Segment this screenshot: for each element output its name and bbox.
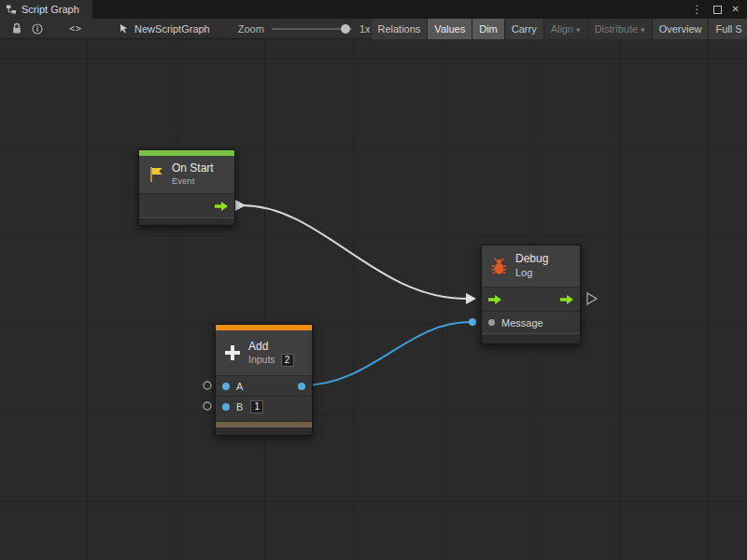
relations-button[interactable]: Relations: [371, 19, 428, 39]
zoom-slider-handle[interactable]: [341, 24, 350, 34]
wires-layer: [0, 39, 747, 560]
inputs-count-field[interactable]: 2: [281, 354, 294, 367]
inputs-label: Inputs: [248, 354, 275, 367]
port-a-input-dot[interactable]: [222, 383, 230, 390]
bug-icon: [489, 257, 509, 276]
flag-icon: [147, 165, 165, 184]
node-title: Debug: [515, 252, 548, 266]
onstart-output-port-triangle[interactable]: [235, 200, 246, 211]
node-subtitle: Event: [172, 175, 214, 187]
debuglog-input-port-triangle[interactable]: [466, 293, 476, 304]
graph-toolbar: <> NewScriptGraph Zoom 1x Relations Valu…: [0, 19, 747, 39]
add-input-a-external-port[interactable]: [204, 382, 211, 389]
plus-icon: [223, 343, 242, 362]
node-footer: [216, 427, 312, 435]
result-output-dot[interactable]: [298, 383, 305, 390]
graph-name-label: NewScriptGraph: [134, 23, 210, 35]
dropdown-arrow-icon: ▾: [641, 25, 645, 35]
window-controls: ⋮ ✕: [692, 0, 747, 19]
add-header[interactable]: Add Inputs 2: [216, 330, 312, 375]
port-a-label: A: [236, 381, 243, 392]
node-debug-log[interactable]: Debug Log Message: [481, 245, 581, 344]
message-port-dot[interactable]: [488, 319, 495, 326]
tab-script-graph[interactable]: Script Graph: [0, 0, 92, 19]
node-subtitle: Log: [515, 266, 548, 279]
zoom-label: Zoom: [238, 23, 264, 35]
debuglog-output-port-triangle[interactable]: [587, 293, 597, 304]
debug-log-message-row: Message: [482, 311, 580, 333]
zoom-control: Zoom 1x: [238, 23, 371, 35]
node-footer: [482, 333, 580, 343]
wire-onstart-to-debuglog[interactable]: [242, 205, 467, 299]
tab-title: Script Graph: [21, 4, 79, 15]
node-on-start[interactable]: On Start Event: [138, 149, 235, 226]
carry-button[interactable]: Carry: [504, 19, 543, 39]
window-titlebar: Script Graph ⋮ ✕: [0, 0, 747, 19]
zoom-slider[interactable]: [272, 28, 352, 30]
add-input-b-external-port[interactable]: [204, 402, 211, 410]
values-button[interactable]: Values: [427, 19, 472, 39]
debug-log-header[interactable]: Debug Log: [482, 245, 580, 287]
port-b-value-field[interactable]: 1: [250, 400, 263, 413]
control-output-arrow-icon[interactable]: [215, 202, 228, 211]
distribute-button[interactable]: Distribute▾: [587, 19, 652, 39]
close-icon[interactable]: ✕: [732, 5, 740, 14]
kebab-menu-icon[interactable]: ⋮: [692, 4, 703, 15]
fullscreen-button[interactable]: Full S: [708, 19, 747, 39]
debug-log-control-row: [482, 287, 580, 311]
graph-canvas[interactable]: On Start Event Debug Log: [0, 39, 747, 560]
on-start-trigger-row: [139, 193, 234, 217]
dim-button[interactable]: Dim: [472, 19, 504, 39]
node-title: Add: [248, 340, 294, 354]
dropdown-arrow-icon: ▾: [576, 25, 581, 35]
add-port-b-row: B 1: [216, 396, 312, 416]
port-b-label: B: [236, 401, 243, 413]
graph-name[interactable]: NewScriptGraph: [119, 23, 210, 35]
add-port-a-row: A: [216, 375, 312, 396]
pointer-icon: [119, 23, 129, 34]
zoom-value: 1x: [359, 23, 371, 35]
overview-button[interactable]: Overview: [652, 19, 709, 39]
control-output-arrow-icon[interactable]: [560, 295, 573, 304]
on-start-header[interactable]: On Start Event: [139, 156, 234, 193]
port-b-input-dot[interactable]: [222, 403, 230, 411]
message-port-label: Message: [501, 317, 543, 329]
node-title: On Start: [172, 161, 214, 175]
selection-footer-bar: [216, 421, 312, 427]
code-icon[interactable]: <>: [64, 19, 87, 39]
node-footer: [139, 217, 234, 225]
lock-icon[interactable]: [7, 19, 27, 39]
wire-add-to-message[interactable]: [302, 322, 470, 385]
info-icon[interactable]: [27, 19, 48, 39]
maximize-icon[interactable]: [713, 6, 722, 14]
node-add[interactable]: Add Inputs 2 A B 1: [215, 324, 313, 436]
toolbar-button-group: Relations Values Dim Carry Align▾ Distri…: [371, 19, 747, 39]
control-input-arrow-icon[interactable]: [488, 295, 501, 304]
align-button[interactable]: Align▾: [543, 19, 587, 39]
script-graph-icon: [6, 4, 17, 15]
message-connection-dot[interactable]: [469, 318, 476, 326]
